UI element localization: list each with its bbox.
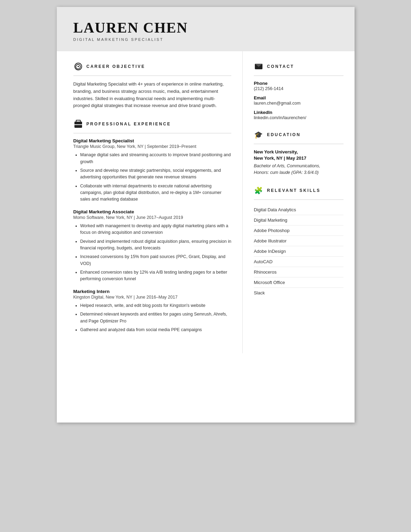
job-company-1: Triangle Music Group, New York, NY | Sep… [73,144,231,149]
skills-section: 🧩 RELEVANT SKILLS Digital Data Analytics… [254,186,343,298]
section-divider-edu [254,144,343,144]
career-objective-title: CAREER OBJECTIVE [87,64,145,69]
target-icon [73,62,83,71]
phone-value: (212) 256-1414 [254,86,343,91]
skill-7: Rhinoceros [254,267,343,277]
professional-experience-section: PROFESSIONAL EXPERIENCE Digital Marketin… [73,119,231,333]
education-section: 🎓 EDUCATION New York University, New Yor… [254,130,343,176]
graduation-cap-icon: 🎓 [254,131,263,139]
bullet-3-1: Helped research, write, and edit blog po… [80,302,231,309]
puzzle-icon: 🧩 [254,186,263,195]
briefcase-icon [73,119,83,129]
job-bullets-1: Manage digital sales and streaming accou… [73,152,231,203]
job-title-3: Marketing Intern [73,289,231,294]
bullet-3-2: Determined relevant keywords and entitie… [80,311,231,325]
bullet-1-1: Manage digital sales and streaming accou… [80,152,231,165]
linkedin-value: linkedin.com/in/laurenchen/ [254,115,343,120]
phone-label: Phone [254,81,343,86]
edu-school: New York University, New York, NY | May … [254,149,343,161]
resume-body: CAREER OBJECTIVE Digital Marketing Speci… [57,51,355,353]
contact-header: CONTACT [254,62,343,71]
contact-title: CONTACT [267,64,294,69]
skill-6: AutoCAD [254,257,343,267]
section-divider-skills [254,200,343,200]
email-label: Email [254,95,343,100]
email-value: lauren.chen@gmail.com [254,101,343,106]
job-company-2: Momo Software, New York, NY | June 2017–… [73,215,231,220]
left-column: CAREER OBJECTIVE Digital Marketing Speci… [57,51,243,353]
linkedin-label: LinkedIn [254,110,343,115]
job-bullets-2: Worked with management to develop and ap… [73,223,231,283]
skill-3: Adobe Photoshop [254,225,343,236]
candidate-name: LAUREN CHEN [73,19,338,36]
job-bullets-3: Helped research, write, and edit blog po… [73,302,231,334]
education-header: 🎓 EDUCATION [254,130,343,140]
bullet-1-3: Collaborate with internal departments to… [80,183,231,203]
job-company-3: Kingston Digital, New York, NY | June 20… [73,295,231,300]
skill-8: Microsoft Office [254,277,343,288]
bullet-2-3: Increased conversions by 15% from paid s… [80,254,231,267]
section-divider-contact [254,76,343,76]
job-entry-3: Marketing Intern Kingston Digital, New Y… [73,289,231,334]
job-title-1: Digital Marketing Specialist [73,138,231,143]
section-divider [73,76,231,76]
job-entry-1: Digital Marketing Specialist Triangle Mu… [73,138,231,203]
education-title: EDUCATION [267,132,301,137]
bullet-2-4: Enhanced conversion rates by 12% via A/B… [80,269,231,283]
bullet-1-2: Source and develop new strategic partner… [80,167,231,181]
skill-9: Slack [254,288,343,298]
target-icon-shape [74,63,82,70]
envelope-icon [254,62,263,71]
candidate-title: DIGITAL MARKETING SPECIALIST [73,37,338,42]
job-entry-2: Digital Marketing Associate Momo Softwar… [73,209,231,283]
experience-title: PROFESSIONAL EXPERIENCE [87,122,171,126]
career-objective-section: CAREER OBJECTIVE Digital Marketing Speci… [73,62,231,109]
skill-2: Digital Marketing [254,215,343,225]
briefcase-icon-shape [74,122,82,128]
contact-section: CONTACT Phone (212) 256-1414 Email laure… [254,62,343,120]
section-divider-exp [73,133,231,133]
experience-header: PROFESSIONAL EXPERIENCE [73,119,231,129]
skills-title: RELEVANT SKILLS [267,188,321,193]
job-title-2: Digital Marketing Associate [73,209,231,214]
skill-1: Digital Data Analytics [254,205,343,215]
resume-header: LAUREN CHEN DIGITAL MARKETING SPECIALIST [57,7,355,51]
skill-4: Adobe Illustrator [254,236,343,246]
graduation-icon: 🎓 [254,130,263,140]
career-objective-header: CAREER OBJECTIVE [73,62,231,71]
bullet-3-3: Gathered and analyzed data from social m… [80,327,231,333]
envelope-icon-shape [255,64,262,69]
skill-5: Adobe InDesign [254,246,343,257]
resume-document: LAUREN CHEN DIGITAL MARKETING SPECIALIST… [57,7,355,423]
puzzle-piece-icon: 🧩 [254,186,263,195]
skills-header: 🧩 RELEVANT SKILLS [254,186,343,195]
bullet-2-1: Worked with management to develop and ap… [80,223,231,236]
edu-degree: Bachelor of Arts, Communications, Honors… [254,163,343,176]
bullet-2-2: Devised and implemented robust digital a… [80,238,231,252]
right-column: CONTACT Phone (212) 256-1414 Email laure… [243,51,355,353]
career-objective-text: Digital Marketing Specialist with 4+ yea… [73,81,231,109]
